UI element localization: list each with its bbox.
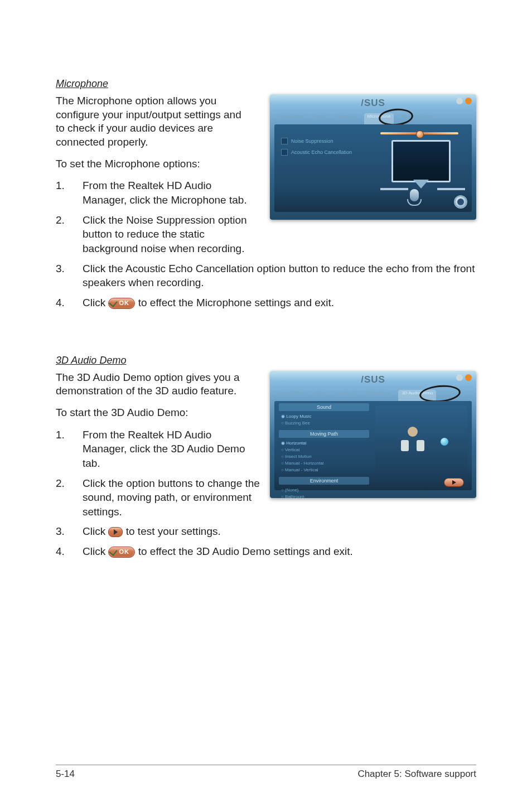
setup-intro: To set the Microphone options: [56, 157, 251, 171]
radio-item[interactable]: ○ Insect Motion [281, 453, 367, 460]
list-item: 4. Click OK to effect the 3D Audio Demo … [56, 544, 476, 559]
step-text: Click the option buttons to change the s… [83, 476, 260, 519]
step-text: Click the Acoustic Echo Cancellation opt… [83, 262, 476, 290]
chapter-title: Chapter 5: Software support [357, 769, 476, 780]
panel-body: Noise Suppression Acoustic Echo Cancella… [274, 124, 472, 212]
panel-body: Sound ◉ Loopy Music ○ Buzzing Bee Moving… [274, 401, 472, 490]
list-item: 3. Click the Acoustic Echo Cancellation … [56, 262, 476, 290]
step-text: Click OK to effect the 3D Audio Demo set… [83, 544, 476, 559]
step-number: 2. [56, 476, 66, 519]
step-post: to effect the Microphone settings and ex… [138, 297, 334, 308]
monitor-icon [391, 140, 451, 182]
option-noise-suppression[interactable]: Noise Suppression [281, 138, 333, 144]
screenshot-3d-demo: /SUS Sound Effect Mixer Audio I/O Microp… [270, 371, 476, 498]
radio-item[interactable]: ◉ Horizontal [281, 440, 367, 447]
list-item: 1. From the Realtek HD Audio Manager, cl… [56, 178, 260, 207]
demo-stage [375, 405, 467, 476]
step-number: 1. [56, 178, 66, 207]
screenshot-microphone: /SUS Sound Effect Mixer Audio I/O Microp… [270, 94, 476, 220]
app-brand: /SUS [270, 98, 476, 109]
play-button[interactable] [108, 527, 123, 537]
radio-item[interactable]: ○ Bathroom [281, 494, 367, 498]
tab-row: Sound Effect Mixer Audio I/O Microphone … [275, 113, 471, 124]
radio-item[interactable]: ○ Manual - Horizontal [281, 460, 367, 467]
step-text: Click the Noise Suppression option butto… [83, 213, 260, 256]
tab-mixer[interactable]: Mixer [312, 390, 330, 401]
panel-env-heading: Environment [279, 477, 369, 485]
section-microphone: Microphone /SUS Sound Effect Mixer Audio… [56, 78, 476, 332]
mic-visual [375, 129, 464, 207]
step-text: From the Realtek HD Audio Manager, click… [83, 428, 250, 471]
step-pre: Click [83, 545, 108, 557]
moving-orb [441, 438, 448, 446]
sound-options[interactable]: ◉ Loopy Music ○ Buzzing Bee [277, 412, 371, 428]
setup-intro: To start the 3D Audio Demo: [56, 406, 251, 420]
ok-button[interactable]: OK [108, 547, 135, 558]
list-item: 2. Click the Noise Suppression option bu… [56, 213, 260, 256]
step-pre: Click [83, 525, 108, 537]
intro-text: The 3D Audio Demo option gives you a dem… [56, 371, 262, 398]
intro-text: The Microphone option allows you configu… [56, 94, 251, 149]
section-heading: Microphone [56, 78, 476, 90]
slider-knob[interactable] [416, 131, 424, 138]
section-3d-demo: 3D Audio Demo /SUS Sound Effect Mixer Au… [56, 355, 476, 581]
left-panels: Sound ◉ Loopy Music ○ Buzzing Bee Moving… [277, 401, 371, 498]
gear-icon[interactable] [455, 196, 466, 207]
radio-item[interactable]: ○ (None) [281, 487, 367, 494]
checkbox-icon[interactable] [281, 138, 288, 144]
list-item: 1. From the Realtek HD Audio Manager, cl… [56, 428, 260, 471]
step-number: 4. [56, 544, 66, 559]
tab-audio-io[interactable]: Audio I/O [334, 113, 359, 124]
ok-button[interactable]: OK [108, 298, 135, 309]
step-text: From the Realtek HD Audio Manager, click… [83, 178, 250, 207]
step-post: to test your settings. [126, 525, 221, 537]
tab-microphone[interactable]: Microphone [364, 390, 394, 401]
step-pre: Click [83, 297, 108, 308]
io-arrows [378, 185, 467, 194]
window-controls[interactable] [456, 374, 472, 381]
step-number: 1. [56, 428, 66, 471]
list-item: 3. Click to test your settings. [56, 524, 476, 539]
tab-sound-effect[interactable]: Sound Effect [275, 113, 308, 124]
tab-sound-effect[interactable]: Sound Effect [275, 390, 308, 401]
page-footer: 5-14 Chapter 5: Software support [56, 765, 476, 780]
step-text: Click to test your settings. [83, 524, 476, 539]
radio-item[interactable]: ◉ Loopy Music [281, 413, 367, 420]
tab-mixer[interactable]: Mixer [312, 113, 330, 124]
step-number: 4. [56, 296, 66, 310]
panel-path-heading: Moving Path [279, 430, 369, 438]
env-options[interactable]: ○ (None) ○ Bathroom ○ Stone Corridor [277, 486, 371, 498]
play-button[interactable] [444, 478, 464, 487]
mic-icon [406, 189, 423, 211]
panel-sound-heading: Sound [279, 403, 369, 411]
step-number: 3. [56, 262, 66, 290]
step-text: Click OK to effect the Microphone settin… [83, 296, 476, 310]
tab-audio-io[interactable]: Audio I/O [334, 390, 359, 401]
radio-item[interactable]: ○ Buzzing Bee [281, 420, 367, 427]
page-number: 5-14 [56, 769, 75, 780]
step-number: 2. [56, 213, 66, 256]
option-label: Noise Suppression [291, 138, 333, 144]
checkbox-icon[interactable] [281, 149, 288, 156]
step-number: 3. [56, 524, 66, 539]
volume-slider[interactable] [380, 132, 458, 134]
listener-icon [401, 431, 424, 451]
radio-item[interactable]: ○ Vertical [281, 447, 367, 453]
option-label: Acoustic Echo Cancellation [291, 149, 352, 155]
app-brand: /SUS [270, 374, 476, 385]
step-post: to effect the 3D Audio Demo settings and… [138, 545, 353, 557]
option-echo-cancel[interactable]: Acoustic Echo Cancellation [281, 149, 352, 156]
window-controls[interactable] [456, 98, 472, 104]
section-heading: 3D Audio Demo [56, 355, 476, 366]
list-item: 2. Click the option buttons to change th… [56, 476, 260, 519]
path-options[interactable]: ◉ Horizontal ○ Vertical ○ Insect Motion … [277, 439, 371, 475]
radio-item[interactable]: ○ Manual - Vertical [281, 467, 367, 474]
list-item: 4. Click OK to effect the Microphone set… [56, 296, 476, 310]
